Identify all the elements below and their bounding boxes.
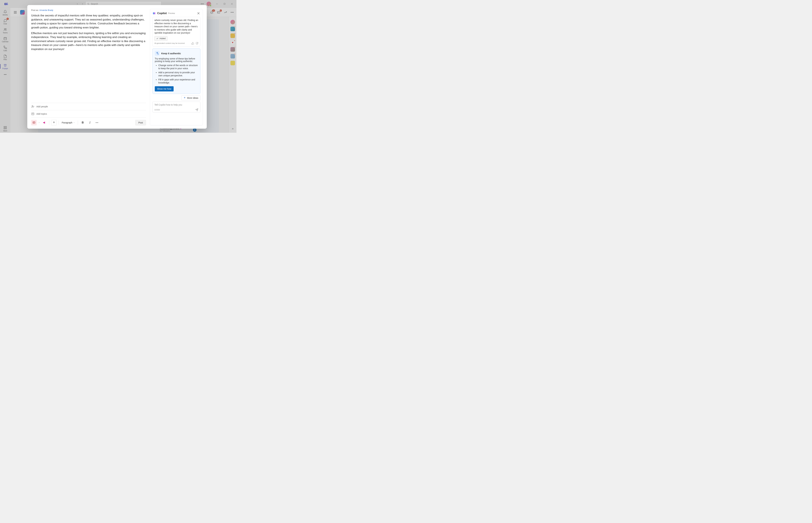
copilot-toolbar-button[interactable] [51, 120, 57, 125]
toolbar-more-button[interactable]: ••• [94, 120, 100, 125]
post-button[interactable]: Post [135, 120, 146, 125]
add-people-icon [31, 105, 34, 108]
more-ideas-label: More ideas [187, 97, 198, 99]
post-body-editor[interactable]: Unlock the secrets of impactful mentors … [31, 14, 146, 103]
bold-button[interactable]: B [80, 120, 86, 125]
megaphone-icon [43, 121, 46, 124]
chevron-down-icon[interactable] [38, 122, 40, 123]
thumbs-down-button[interactable] [196, 42, 198, 45]
post-as-label: Post as: [31, 9, 39, 11]
svg-rect-28 [32, 113, 34, 115]
copilot-input-placeholder: Tell Copilot how to help you [154, 104, 198, 106]
post-as-row: Post as: Amanda Brady [31, 9, 146, 11]
italic-button[interactable]: I [87, 120, 93, 125]
add-topics-row[interactable]: Add topics [31, 110, 146, 118]
copilot-logo-icon [152, 12, 156, 15]
show-me-how-button[interactable]: Show me how [155, 86, 173, 91]
check-icon [156, 37, 159, 40]
keep-authentic-card: Keep it authentic Try employing some of … [152, 49, 200, 94]
editor-toolbar: Paragraph B I ••• Post [31, 118, 146, 125]
copilot-response-text: where curiosity never grows old. Finding… [154, 19, 198, 35]
authentic-tip: Change some of the words or structure to… [158, 64, 198, 70]
add-people-label: Add people [36, 105, 48, 108]
more-ideas-button[interactable]: More ideas [181, 95, 200, 101]
authentic-title: Keep it authentic [161, 52, 181, 55]
copilot-close-button[interactable] [197, 11, 200, 15]
added-indicator[interactable]: Added [154, 36, 167, 41]
lightbulb-icon [155, 51, 160, 56]
svg-point-25 [32, 106, 33, 107]
authentic-tip: Fill in gaps with your experience and kn… [158, 78, 198, 84]
authentic-intro: Try employing some of these tips before … [155, 57, 198, 62]
copilot-sparkle-icon [53, 121, 55, 124]
paragraph-label: Paragraph [62, 121, 72, 124]
sparkle-icon [184, 97, 186, 99]
copilot-preview-label: Preview [168, 12, 175, 15]
post-paragraph: Effective mentors are not just teachers … [31, 31, 146, 51]
ai-disclaimer: AI-generated content may be incorrect [154, 42, 185, 44]
add-topics-icon [31, 112, 34, 115]
svg-rect-31 [33, 122, 35, 123]
copilot-pane: Copilot Preview where curiosity never gr… [150, 9, 203, 125]
authentic-tips-list: Change some of the words or structure to… [155, 64, 198, 84]
authentic-tip: Add a personal story to provide your own… [158, 71, 198, 77]
copilot-char-counter: 0/2000 [154, 109, 160, 111]
editor-column: Post as: Amanda Brady Unlock the secrets… [31, 9, 146, 125]
paragraph-style-select[interactable]: Paragraph [61, 121, 76, 125]
post-paragraph: Unlock the secrets of impactful mentors … [31, 14, 146, 30]
added-label: Added [160, 37, 166, 40]
post-author-link[interactable]: Amanda Brady [39, 9, 53, 11]
copilot-header: Copilot Preview [152, 11, 200, 15]
copilot-title: Copilot [157, 12, 167, 15]
post-type-discussion-button[interactable] [31, 120, 37, 125]
copilot-input[interactable]: Tell Copilot how to help you 0/2000 [152, 102, 200, 112]
post-type-announce-button[interactable] [41, 120, 47, 125]
chevron-down-icon [73, 122, 75, 123]
discussion-icon [33, 121, 35, 124]
send-button[interactable] [196, 108, 198, 111]
add-topics-label: Add topics [36, 112, 47, 115]
post-editor-modal: Post as: Amanda Brady Unlock the secrets… [27, 5, 207, 129]
thumbs-up-button[interactable] [191, 42, 194, 45]
add-people-row[interactable]: Add people [31, 103, 146, 110]
copilot-response-card: where curiosity never grows old. Finding… [152, 17, 200, 47]
